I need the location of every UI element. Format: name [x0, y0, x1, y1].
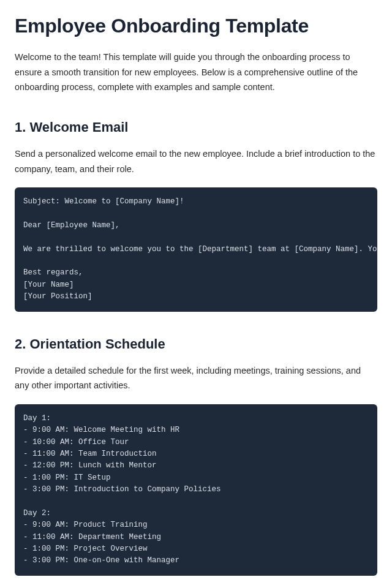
section-2-desc: Provide a detailed schedule for the firs… [15, 363, 377, 393]
section-1-heading: 1. Welcome Email [15, 119, 377, 135]
page-title: Employee Onboarding Template [15, 15, 377, 37]
section-1-desc: Send a personalized welcome email to the… [15, 146, 377, 176]
welcome-email-code: Subject: Welcome to [Company Name]! Dear… [15, 187, 377, 311]
section-2-heading: 2. Orientation Schedule [15, 336, 377, 352]
intro-paragraph: Welcome to the team! This template will … [15, 50, 377, 95]
orientation-schedule-code: Day 1: - 9:00 AM: Welcome Meeting with H… [15, 404, 377, 576]
